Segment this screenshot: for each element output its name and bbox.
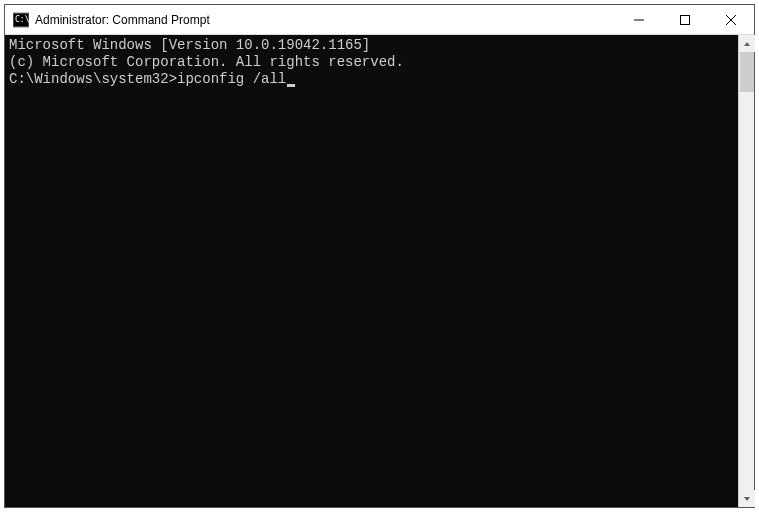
prompt-line: C:\Windows\system32>ipconfig /all (9, 71, 734, 88)
prompt: C:\Windows\system32> (9, 71, 177, 87)
svg-text:C:\: C:\ (15, 15, 29, 24)
cursor (287, 84, 295, 87)
svg-marker-6 (744, 42, 750, 46)
command-prompt-window: C:\ Administrator: Command Prompt Micros… (4, 4, 755, 508)
output-line: Microsoft Windows [Version 10.0.19042.11… (9, 37, 734, 54)
scroll-up-button[interactable] (739, 35, 755, 52)
svg-marker-7 (744, 497, 750, 501)
window-title: Administrator: Command Prompt (35, 13, 616, 27)
maximize-button[interactable] (662, 5, 708, 35)
close-button[interactable] (708, 5, 754, 35)
scroll-down-button[interactable] (739, 490, 755, 507)
vertical-scrollbar[interactable] (738, 35, 754, 507)
command-input[interactable]: ipconfig /all (177, 71, 286, 87)
minimize-button[interactable] (616, 5, 662, 35)
window-controls (616, 5, 754, 34)
svg-rect-3 (681, 16, 690, 25)
terminal-output[interactable]: Microsoft Windows [Version 10.0.19042.11… (5, 35, 738, 507)
titlebar[interactable]: C:\ Administrator: Command Prompt (5, 5, 754, 35)
scroll-thumb[interactable] (740, 52, 754, 92)
cmd-icon: C:\ (13, 12, 29, 28)
output-line: (c) Microsoft Corporation. All rights re… (9, 54, 734, 71)
content-area: Microsoft Windows [Version 10.0.19042.11… (5, 35, 754, 507)
